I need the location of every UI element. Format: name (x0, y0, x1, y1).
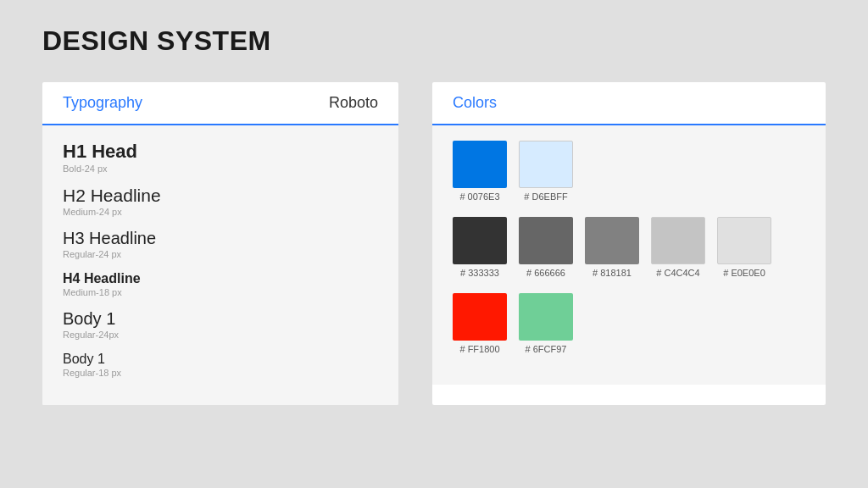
typography-item: H3 HeadlineRegular-24 px (63, 229, 378, 259)
color-row: # FF1800# 6FCF97 (453, 293, 805, 354)
typo-item-name: H4 Headline (63, 271, 378, 286)
color-label: # 333333 (460, 268, 499, 278)
color-swatch-wrap: # FF1800 (453, 293, 507, 354)
main-panels: Typography Roboto H1 HeadBold-24 pxH2 He… (42, 82, 826, 405)
typo-item-sub: Medium-24 px (63, 207, 378, 217)
color-swatch-wrap: # 666666 (519, 217, 573, 278)
color-swatch (519, 217, 573, 264)
typo-item-name: H2 Headline (63, 186, 378, 206)
typography-item: H1 HeadBold-24 px (63, 141, 378, 174)
typo-item-name: H1 Head (63, 141, 378, 163)
colors-panel-header: Colors (432, 82, 826, 125)
color-swatch (453, 141, 507, 188)
color-swatch (717, 217, 771, 264)
color-swatch-wrap: # 0076E3 (453, 141, 507, 202)
typography-label: Typography (63, 94, 329, 112)
color-swatch (453, 217, 507, 264)
typo-item-sub: Medium-18 px (63, 287, 378, 297)
color-label: # E0E0E0 (723, 268, 765, 278)
colors-body: # 0076E3# D6EBFF# 333333# 666666# 818181… (432, 125, 826, 385)
color-row: # 333333# 666666# 818181# C4C4C4# E0E0E0 (453, 217, 805, 278)
color-label: # D6EBFF (524, 191, 567, 202)
color-label: # 666666 (526, 268, 565, 278)
color-swatch (453, 293, 507, 341)
typo-item-sub: Bold-24 px (63, 164, 378, 174)
typo-item-name: H3 Headline (63, 229, 378, 248)
typography-font-value: Roboto (329, 94, 378, 112)
typography-body: H1 HeadBold-24 pxH2 HeadlineMedium-24 px… (42, 125, 398, 405)
color-swatch-wrap: # C4C4C4 (651, 217, 705, 278)
typography-item: H2 HeadlineMedium-24 px (63, 186, 378, 217)
color-label: # 0076E3 (459, 191, 499, 202)
typo-item-name: Body 1 (63, 352, 378, 367)
colors-label: Colors (453, 94, 805, 112)
typo-item-sub: Regular-24px (63, 330, 378, 340)
color-swatch (585, 217, 639, 264)
typography-panel-header: Typography Roboto (42, 82, 398, 125)
typography-item: Body 1Regular-24px (63, 309, 378, 340)
typography-item: H4 HeadlineMedium-18 px (63, 271, 378, 297)
color-label: # 818181 (593, 268, 632, 278)
color-label: # 6FCF97 (526, 344, 567, 354)
typography-item: Body 1Regular-18 px (63, 352, 378, 378)
color-swatch (519, 141, 573, 188)
color-label: # C4C4C4 (656, 268, 699, 278)
color-swatch-wrap: # D6EBFF (519, 141, 573, 202)
page-title: DESIGN SYSTEM (42, 25, 826, 57)
color-swatch-wrap: # 333333 (453, 217, 507, 278)
color-swatch-wrap: # 6FCF97 (519, 293, 573, 354)
color-swatch-wrap: # 818181 (585, 217, 639, 278)
color-label: # FF1800 (459, 344, 499, 354)
color-row: # 0076E3# D6EBFF (453, 141, 805, 202)
color-swatch-wrap: # E0E0E0 (717, 217, 771, 278)
colors-panel: Colors # 0076E3# D6EBFF# 333333# 666666#… (432, 82, 826, 405)
color-swatch (519, 293, 573, 341)
color-swatch (651, 217, 705, 264)
typo-item-name: Body 1 (63, 309, 378, 329)
typography-panel: Typography Roboto H1 HeadBold-24 pxH2 He… (42, 82, 398, 405)
typo-item-sub: Regular-24 px (63, 249, 378, 259)
typo-item-sub: Regular-18 px (63, 368, 378, 378)
